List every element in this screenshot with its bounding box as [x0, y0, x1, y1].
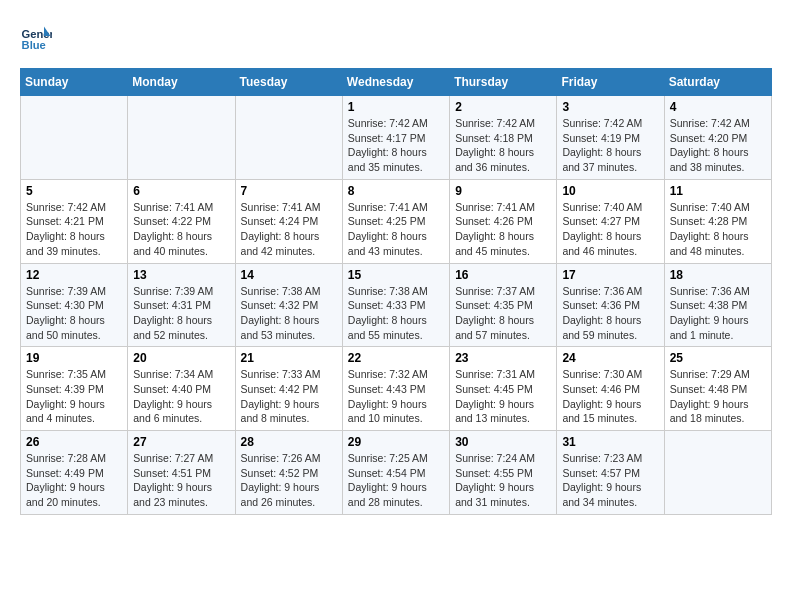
header-tuesday: Tuesday — [235, 69, 342, 96]
day-number: 30 — [455, 435, 551, 449]
header-sunday: Sunday — [21, 69, 128, 96]
page-header: General Blue — [20, 20, 772, 52]
calendar-cell: 4Sunrise: 7:42 AM Sunset: 4:20 PM Daylig… — [664, 96, 771, 180]
header-saturday: Saturday — [664, 69, 771, 96]
calendar-cell: 14Sunrise: 7:38 AM Sunset: 4:32 PM Dayli… — [235, 263, 342, 347]
svg-text:Blue: Blue — [22, 39, 46, 51]
day-number: 19 — [26, 351, 122, 365]
day-number: 7 — [241, 184, 337, 198]
day-info: Sunrise: 7:34 AM Sunset: 4:40 PM Dayligh… — [133, 367, 229, 426]
calendar-cell: 15Sunrise: 7:38 AM Sunset: 4:33 PM Dayli… — [342, 263, 449, 347]
calendar-cell: 13Sunrise: 7:39 AM Sunset: 4:31 PM Dayli… — [128, 263, 235, 347]
calendar-cell: 30Sunrise: 7:24 AM Sunset: 4:55 PM Dayli… — [450, 431, 557, 515]
day-info: Sunrise: 7:30 AM Sunset: 4:46 PM Dayligh… — [562, 367, 658, 426]
day-info: Sunrise: 7:41 AM Sunset: 4:24 PM Dayligh… — [241, 200, 337, 259]
calendar-cell: 12Sunrise: 7:39 AM Sunset: 4:30 PM Dayli… — [21, 263, 128, 347]
day-info: Sunrise: 7:41 AM Sunset: 4:26 PM Dayligh… — [455, 200, 551, 259]
day-number: 3 — [562, 100, 658, 114]
day-info: Sunrise: 7:36 AM Sunset: 4:36 PM Dayligh… — [562, 284, 658, 343]
header-thursday: Thursday — [450, 69, 557, 96]
header-friday: Friday — [557, 69, 664, 96]
calendar-cell: 18Sunrise: 7:36 AM Sunset: 4:38 PM Dayli… — [664, 263, 771, 347]
calendar-cell: 22Sunrise: 7:32 AM Sunset: 4:43 PM Dayli… — [342, 347, 449, 431]
day-info: Sunrise: 7:28 AM Sunset: 4:49 PM Dayligh… — [26, 451, 122, 510]
day-number: 22 — [348, 351, 444, 365]
day-number: 1 — [348, 100, 444, 114]
day-info: Sunrise: 7:39 AM Sunset: 4:30 PM Dayligh… — [26, 284, 122, 343]
day-number: 4 — [670, 100, 766, 114]
day-number: 23 — [455, 351, 551, 365]
day-number: 16 — [455, 268, 551, 282]
calendar-cell: 31Sunrise: 7:23 AM Sunset: 4:57 PM Dayli… — [557, 431, 664, 515]
day-info: Sunrise: 7:32 AM Sunset: 4:43 PM Dayligh… — [348, 367, 444, 426]
day-number: 2 — [455, 100, 551, 114]
day-info: Sunrise: 7:23 AM Sunset: 4:57 PM Dayligh… — [562, 451, 658, 510]
calendar-cell — [128, 96, 235, 180]
day-number: 29 — [348, 435, 444, 449]
day-number: 14 — [241, 268, 337, 282]
header-row: SundayMondayTuesdayWednesdayThursdayFrid… — [21, 69, 772, 96]
calendar-cell: 17Sunrise: 7:36 AM Sunset: 4:36 PM Dayli… — [557, 263, 664, 347]
day-number: 18 — [670, 268, 766, 282]
day-info: Sunrise: 7:40 AM Sunset: 4:27 PM Dayligh… — [562, 200, 658, 259]
calendar-cell: 2Sunrise: 7:42 AM Sunset: 4:18 PM Daylig… — [450, 96, 557, 180]
logo: General Blue — [20, 20, 56, 52]
calendar-cell: 9Sunrise: 7:41 AM Sunset: 4:26 PM Daylig… — [450, 179, 557, 263]
day-info: Sunrise: 7:36 AM Sunset: 4:38 PM Dayligh… — [670, 284, 766, 343]
calendar-cell: 10Sunrise: 7:40 AM Sunset: 4:27 PM Dayli… — [557, 179, 664, 263]
calendar-cell: 28Sunrise: 7:26 AM Sunset: 4:52 PM Dayli… — [235, 431, 342, 515]
header-wednesday: Wednesday — [342, 69, 449, 96]
calendar-table: SundayMondayTuesdayWednesdayThursdayFrid… — [20, 68, 772, 515]
day-number: 10 — [562, 184, 658, 198]
day-info: Sunrise: 7:25 AM Sunset: 4:54 PM Dayligh… — [348, 451, 444, 510]
day-info: Sunrise: 7:42 AM Sunset: 4:17 PM Dayligh… — [348, 116, 444, 175]
day-number: 5 — [26, 184, 122, 198]
week-row-1: 1Sunrise: 7:42 AM Sunset: 4:17 PM Daylig… — [21, 96, 772, 180]
calendar-cell: 29Sunrise: 7:25 AM Sunset: 4:54 PM Dayli… — [342, 431, 449, 515]
day-number: 9 — [455, 184, 551, 198]
week-row-3: 12Sunrise: 7:39 AM Sunset: 4:30 PM Dayli… — [21, 263, 772, 347]
day-number: 12 — [26, 268, 122, 282]
calendar-cell: 25Sunrise: 7:29 AM Sunset: 4:48 PM Dayli… — [664, 347, 771, 431]
calendar-cell: 16Sunrise: 7:37 AM Sunset: 4:35 PM Dayli… — [450, 263, 557, 347]
day-number: 11 — [670, 184, 766, 198]
day-number: 8 — [348, 184, 444, 198]
day-info: Sunrise: 7:38 AM Sunset: 4:33 PM Dayligh… — [348, 284, 444, 343]
calendar-header: SundayMondayTuesdayWednesdayThursdayFrid… — [21, 69, 772, 96]
calendar-cell: 20Sunrise: 7:34 AM Sunset: 4:40 PM Dayli… — [128, 347, 235, 431]
calendar-cell: 24Sunrise: 7:30 AM Sunset: 4:46 PM Dayli… — [557, 347, 664, 431]
day-info: Sunrise: 7:38 AM Sunset: 4:32 PM Dayligh… — [241, 284, 337, 343]
calendar-cell: 27Sunrise: 7:27 AM Sunset: 4:51 PM Dayli… — [128, 431, 235, 515]
calendar-cell: 19Sunrise: 7:35 AM Sunset: 4:39 PM Dayli… — [21, 347, 128, 431]
day-number: 21 — [241, 351, 337, 365]
day-number: 24 — [562, 351, 658, 365]
calendar-cell — [21, 96, 128, 180]
calendar-cell: 21Sunrise: 7:33 AM Sunset: 4:42 PM Dayli… — [235, 347, 342, 431]
calendar-cell: 5Sunrise: 7:42 AM Sunset: 4:21 PM Daylig… — [21, 179, 128, 263]
week-row-4: 19Sunrise: 7:35 AM Sunset: 4:39 PM Dayli… — [21, 347, 772, 431]
day-number: 25 — [670, 351, 766, 365]
day-number: 15 — [348, 268, 444, 282]
day-info: Sunrise: 7:35 AM Sunset: 4:39 PM Dayligh… — [26, 367, 122, 426]
day-info: Sunrise: 7:33 AM Sunset: 4:42 PM Dayligh… — [241, 367, 337, 426]
day-number: 31 — [562, 435, 658, 449]
day-info: Sunrise: 7:31 AM Sunset: 4:45 PM Dayligh… — [455, 367, 551, 426]
day-number: 20 — [133, 351, 229, 365]
day-info: Sunrise: 7:41 AM Sunset: 4:22 PM Dayligh… — [133, 200, 229, 259]
calendar-cell: 6Sunrise: 7:41 AM Sunset: 4:22 PM Daylig… — [128, 179, 235, 263]
day-info: Sunrise: 7:29 AM Sunset: 4:48 PM Dayligh… — [670, 367, 766, 426]
header-monday: Monday — [128, 69, 235, 96]
day-number: 28 — [241, 435, 337, 449]
day-info: Sunrise: 7:42 AM Sunset: 4:18 PM Dayligh… — [455, 116, 551, 175]
day-number: 17 — [562, 268, 658, 282]
calendar-cell: 1Sunrise: 7:42 AM Sunset: 4:17 PM Daylig… — [342, 96, 449, 180]
calendar-cell: 11Sunrise: 7:40 AM Sunset: 4:28 PM Dayli… — [664, 179, 771, 263]
calendar-cell — [235, 96, 342, 180]
calendar-cell: 26Sunrise: 7:28 AM Sunset: 4:49 PM Dayli… — [21, 431, 128, 515]
day-info: Sunrise: 7:37 AM Sunset: 4:35 PM Dayligh… — [455, 284, 551, 343]
day-info: Sunrise: 7:42 AM Sunset: 4:19 PM Dayligh… — [562, 116, 658, 175]
day-info: Sunrise: 7:27 AM Sunset: 4:51 PM Dayligh… — [133, 451, 229, 510]
day-info: Sunrise: 7:42 AM Sunset: 4:20 PM Dayligh… — [670, 116, 766, 175]
day-number: 6 — [133, 184, 229, 198]
day-number: 26 — [26, 435, 122, 449]
